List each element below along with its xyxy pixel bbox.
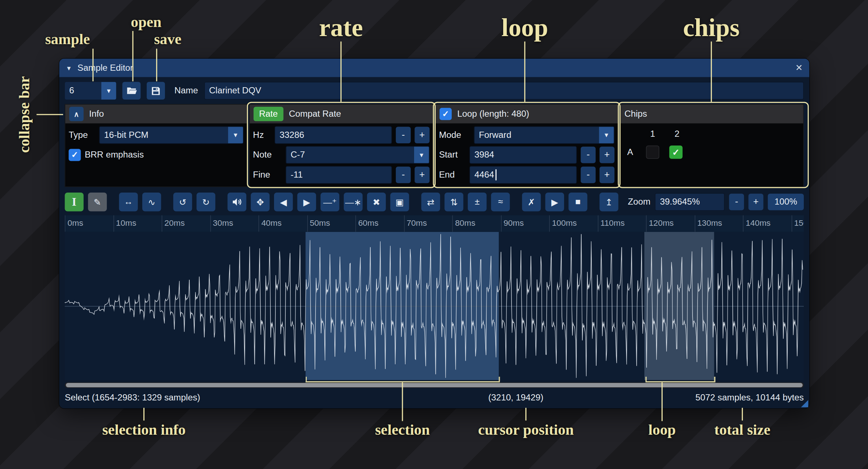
annotation-line-open xyxy=(132,31,134,81)
fade-out-button[interactable]: ▶ xyxy=(297,193,316,212)
crossfade-button[interactable]: ✗ xyxy=(522,193,541,212)
open-sample-button[interactable] xyxy=(122,82,140,100)
sample-name-input[interactable]: Clarinet DQV xyxy=(204,82,804,100)
toolbar-group: I✎ xyxy=(65,193,107,212)
annotation-box-chips xyxy=(618,102,809,188)
undo-button[interactable]: ↺ xyxy=(173,193,192,212)
chevron-up-icon: ∧ xyxy=(74,110,79,118)
annotation-loop-region: loop xyxy=(648,421,676,438)
fade-in-button[interactable]: ◀ xyxy=(274,193,293,212)
zoom-cluster: Zoom 39.9645% - + 100% xyxy=(628,193,804,211)
annotation-line-selection-info xyxy=(143,408,144,420)
annotation-line-total-size xyxy=(742,408,743,420)
annotation-line-rate xyxy=(340,42,342,102)
scrollbar-thumb[interactable] xyxy=(66,383,803,387)
waveform-display[interactable] xyxy=(65,232,804,380)
cursor-position-text: (3210, 19429) xyxy=(488,393,543,403)
speaker-icon xyxy=(231,197,242,208)
annotation-collapse-bar: collapse bar xyxy=(16,76,33,153)
delete-button[interactable]: ✖ xyxy=(367,193,386,212)
insert-silence-button[interactable]: —⁺ xyxy=(320,193,339,212)
reverse-icon: ⇄ xyxy=(427,197,434,207)
annotation-box-loop xyxy=(433,102,620,188)
toolbar-group: ✗▶■ xyxy=(522,193,587,212)
redo-button[interactable]: ↻ xyxy=(197,193,216,212)
edit-mode-button[interactable]: I xyxy=(65,193,84,212)
resample-button[interactable]: ∿ xyxy=(142,193,161,212)
annotation-sample: sample xyxy=(45,31,90,48)
annotation-chips: chips xyxy=(683,13,740,42)
annotation-selection-info: selection info xyxy=(102,421,186,438)
window-title: Sample Editor xyxy=(77,63,133,73)
sample-slot-dropdown[interactable]: 6 ▼ xyxy=(65,82,116,100)
reverse-button[interactable]: ⇄ xyxy=(421,193,440,212)
plus-minus-icon: ± xyxy=(475,197,479,207)
folder-open-icon xyxy=(126,85,137,96)
normalize-button[interactable]: ✥ xyxy=(251,193,270,212)
annotation-line-selection-stem xyxy=(402,382,403,421)
i-beam-cursor-icon: I xyxy=(72,195,76,209)
type-dropdown-value: 16-bit PCM xyxy=(100,127,228,143)
timeline-ruler[interactable]: 0ms10ms20ms30ms40ms50ms60ms70ms80ms90ms1… xyxy=(65,215,804,232)
preview-button[interactable]: ▶ xyxy=(545,193,564,212)
collapse-info-button[interactable]: ∧ xyxy=(69,107,84,121)
floppy-save-icon xyxy=(151,85,161,96)
stop-preview-button[interactable]: ■ xyxy=(568,193,587,212)
window-collapse-icon[interactable]: ▼ xyxy=(66,65,72,71)
annotation-open: open xyxy=(131,13,161,31)
delete-icon: ✖ xyxy=(373,197,380,207)
trim-button[interactable]: ▣ xyxy=(390,193,409,212)
pencil-icon: ✎ xyxy=(94,197,101,207)
insert-silence-icon: —⁺ xyxy=(323,197,337,207)
filter-icon: ≈ xyxy=(498,197,503,207)
save-sample-button[interactable] xyxy=(147,82,165,100)
sample-name-value: Clarinet DQV xyxy=(209,86,261,96)
annotation-selection-bracket-right-tick xyxy=(499,377,500,381)
waveform-scrollbar[interactable] xyxy=(65,382,804,388)
toolbar-group: ↥ xyxy=(599,193,618,212)
sign-invert-button[interactable]: ± xyxy=(468,193,487,212)
name-label: Name xyxy=(174,86,198,96)
fade-in-icon: ◀ xyxy=(280,197,287,207)
filter-button[interactable]: ≈ xyxy=(491,193,510,212)
chevron-down-icon: ▼ xyxy=(101,82,116,100)
amplify-button[interactable] xyxy=(228,193,247,212)
status-bar: Select (1654-2983: 1329 samples) (3210, … xyxy=(65,391,804,406)
brr-emphasis-checkbox[interactable]: ✓ xyxy=(69,149,81,161)
annotation-line-loop-stem xyxy=(661,382,663,421)
draw-mode-button[interactable]: ✎ xyxy=(88,193,107,212)
toolbar-buttons: I✎↔∿↺↻✥◀▶—⁺—∗✖▣⇄⇅±≈✗▶■↥ xyxy=(65,193,618,212)
check-icon: ✓ xyxy=(71,150,78,160)
brr-emphasis-label: BRR emphasis xyxy=(85,150,144,160)
apply-silence-icon: —∗ xyxy=(345,197,362,207)
annotation-line-loop xyxy=(524,42,525,102)
zoom-out-button[interactable]: - xyxy=(729,194,744,210)
annotation-line-collapse-bar xyxy=(36,114,63,115)
annotation-total-size: total size xyxy=(714,421,771,438)
annotation-loop-bracket-left-tick xyxy=(645,377,647,381)
invert-icon: ⇅ xyxy=(450,197,458,207)
resize-button[interactable]: ↔ xyxy=(119,193,138,212)
zoom-reset-button[interactable]: 100% xyxy=(768,194,804,210)
zoom-in-button[interactable]: + xyxy=(748,194,763,210)
close-icon[interactable]: ✕ xyxy=(795,62,803,73)
annotation-selection-bracket-left-tick xyxy=(306,377,307,381)
info-panel-title: Info xyxy=(89,109,104,119)
toolbar: I✎↔∿↺↻✥◀▶—⁺—∗✖▣⇄⇅±≈✗▶■↥ Zoom 39.9645% - … xyxy=(65,193,804,212)
redo-icon: ↻ xyxy=(202,197,209,207)
create-wavetable-button[interactable]: ↥ xyxy=(599,193,618,212)
desktop-background: ▼ Sample Editor ✕ 6 ▼ Name Clarinet xyxy=(0,0,868,469)
window-titlebar[interactable]: ▼ Sample Editor ✕ xyxy=(59,59,809,78)
annotation-loop-bracket xyxy=(645,381,715,382)
zoom-label: Zoom xyxy=(628,197,651,207)
invert-button[interactable]: ⇅ xyxy=(444,193,463,212)
info-panel: ∧ Info Type 16-bit PCM ▼ ✓ BRR emphasis xyxy=(65,104,248,187)
annotation-line-save xyxy=(156,49,157,82)
type-dropdown[interactable]: 16-bit PCM ▼ xyxy=(99,126,244,144)
trim-icon: ▣ xyxy=(396,197,404,207)
window-resize-grip[interactable] xyxy=(801,400,808,407)
apply-silence-button[interactable]: —∗ xyxy=(344,193,363,212)
annotation-line-chips xyxy=(711,42,712,102)
waveform-canvas xyxy=(65,232,804,380)
zoom-input[interactable]: 39.9645% xyxy=(655,193,725,211)
